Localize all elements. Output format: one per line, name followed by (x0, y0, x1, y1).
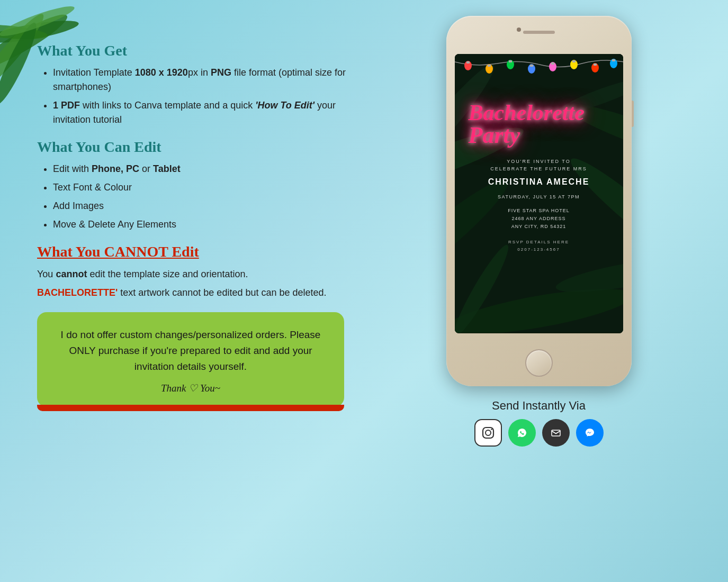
send-via-title: Send Instantly Via (474, 399, 604, 413)
event-date: SATURDAY, JULY 15 AT 7PM (498, 194, 580, 199)
what-you-can-edit-title: What You Can Edit (37, 139, 365, 156)
venue-info: FIVE STAR SPA HOTEL 2468 ANY ADDRESS ANY… (508, 207, 570, 231)
bullet-template-size: 1080 x 1920 (135, 67, 188, 78)
phone-home-button (525, 349, 553, 377)
screen-text-overlay: Bachelorette Party YOU'RE INVITED TO CEL… (455, 54, 623, 253)
cannot-post: edit the template size and orientation. (87, 269, 248, 279)
send-via-section: Send Instantly Via (474, 399, 604, 447)
cannot-pre: You (37, 269, 56, 279)
email-icon[interactable] (542, 419, 570, 447)
bullet-pdf-quote: 'How To Edit' (255, 100, 314, 111)
red-bar-decoration (37, 405, 344, 411)
cannot-bachelorette-quote: BACHELORETTE' (37, 287, 118, 298)
bullet-devices: Edit with Phone, PC or Tablet (53, 162, 365, 176)
bullet-move-delete: Move & Delete Any Elements (53, 217, 365, 232)
phone-screen: Bachelorette Party YOU'RE INVITED TO CEL… (455, 54, 623, 333)
bride-name: CHRISTINA AMECHE (488, 177, 590, 187)
rsvp-line1: RSVP DETAILS HERE (508, 240, 569, 244)
phone-side-button (632, 101, 634, 127)
cannot-paragraph-1: You cannot edit the template size and or… (37, 267, 365, 282)
instagram-icon[interactable] (474, 419, 502, 447)
venue-line1: FIVE STAR SPA HOTEL (508, 208, 570, 213)
invited-line2: CELEBRATE THE FUTURE MRS (490, 166, 587, 171)
social-icons-row (474, 419, 604, 447)
whatsapp-icon[interactable] (508, 419, 536, 447)
bullet-devices-tablet: Tablet (153, 163, 181, 174)
bullet-devices-pre: Edit with (53, 163, 92, 174)
cannot-paragraph-2: BACHELORETTE' text artwork cannot be edi… (37, 285, 365, 301)
green-info-box: I do not offer custom changes/personaliz… (37, 312, 344, 407)
invited-text: YOU'RE INVITED TO CELEBRATE THE FUTURE M… (490, 158, 587, 173)
cannot-bachelorette-post: text artwork cannot be edited but can be… (118, 287, 326, 298)
venue-line2: 2468 ANY ADDRESS (512, 216, 566, 221)
phone-speaker (523, 31, 555, 34)
leaf-decoration (0, 0, 116, 106)
bullet-template-mid: px in (188, 67, 211, 78)
bullet-devices-or: or (139, 163, 153, 174)
bullet-add-images: Add Images (53, 199, 365, 213)
phone-camera (517, 28, 521, 32)
cannot-bold: cannot (56, 269, 87, 279)
bullet-template-png: PNG (211, 67, 231, 78)
rsvp-info: RSVP DETAILS HERE 0207-123-4567 (508, 239, 569, 254)
phone-shell: Bachelorette Party YOU'RE INVITED TO CEL… (446, 16, 632, 386)
what-you-can-edit-section: What You Can Edit Edit with Phone, PC or… (37, 139, 365, 232)
bachelorette-title-line2: Party (469, 124, 585, 147)
svg-point-34 (491, 429, 492, 430)
right-panel: Bachelorette Party YOU'RE INVITED TO CEL… (365, 11, 712, 571)
green-box-text: I do not offer custom changes/personaliz… (53, 327, 328, 375)
what-you-cannot-edit-section: What You CANNOT Edit You cannot edit the… (37, 243, 365, 301)
bullet-text-font: Text Font & Colour (53, 180, 365, 195)
rsvp-line2: 0207-123-4567 (517, 247, 560, 252)
invited-line1: YOU'RE INVITED TO (507, 159, 570, 164)
screen-content: Bachelorette Party YOU'RE INVITED TO CEL… (455, 54, 623, 333)
phone-mockup: Bachelorette Party YOU'RE INVITED TO CEL… (446, 16, 632, 386)
messenger-icon[interactable] (576, 419, 604, 447)
venue-line3: ANY CITY, RD 54321 (511, 224, 567, 229)
thank-you-text: Thank ♡ You~ (53, 380, 328, 396)
bullet-devices-phone-pc: Phone, PC (92, 163, 139, 174)
what-you-can-edit-list: Edit with Phone, PC or Tablet Text Font … (37, 162, 365, 232)
bachelorette-title-line1: Bachelorette (469, 102, 585, 124)
what-you-cannot-edit-title: What You CANNOT Edit (37, 243, 365, 260)
svg-point-33 (486, 430, 491, 435)
